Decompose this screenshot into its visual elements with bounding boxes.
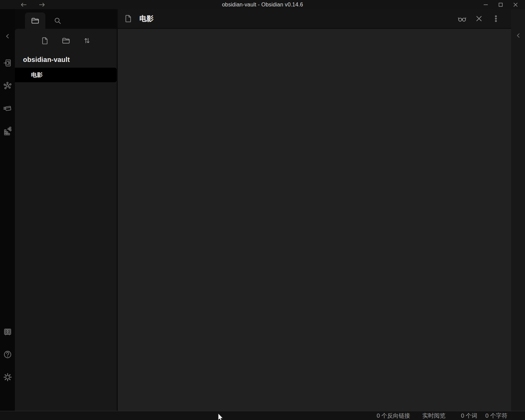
help-icon [3,350,12,359]
insert-template-button[interactable] [3,104,12,113]
sidebar-tab-strip [15,9,117,29]
expand-right-sidebar-button[interactable] [513,31,523,40]
file-explorer-panel: obsidian-vault 电影 [15,9,117,411]
window-controls [478,0,523,9]
tab-file-explorer[interactable] [25,13,45,29]
minimize-button[interactable] [478,0,493,9]
folder-icon [31,16,40,25]
status-bar: 0 个反向链接 实时阅览 0 个词 0 个字符 [0,411,525,420]
vault-title[interactable]: obsidian-vault [15,56,117,64]
quick-switcher-icon [3,59,12,67]
close-pane-button[interactable] [475,14,483,23]
sort-icon [83,36,91,45]
editor-pane: 电影 [118,9,511,411]
note-title: 电影 [139,14,154,23]
backlinks-count[interactable]: 0 个反向链接 [376,412,410,420]
search-icon [53,17,62,25]
graph-view-button[interactable] [3,81,12,90]
help-button[interactable] [3,350,12,359]
open-vault-button[interactable] [3,327,12,336]
tab-search[interactable] [47,13,68,29]
graph-icon [3,81,12,90]
minimize-icon [482,1,489,8]
close-icon [512,1,519,8]
close-icon [475,14,483,23]
maximize-button[interactable] [493,0,508,9]
maximize-icon [497,1,504,8]
new-folder-button[interactable] [62,36,70,45]
window-title: obsidian-vault - Obsidian v0.14.6 [0,2,525,8]
chevron-left-icon [514,31,523,40]
glasses-icon [457,14,467,23]
editor-header: 电影 [118,9,511,29]
close-window-button[interactable] [508,0,523,9]
edit-mode-status[interactable]: 实时阅览 [423,412,446,420]
left-ribbon [0,9,15,411]
obsidian-window: { "window": { "title": "obsidian-vault -… [0,0,525,420]
new-note-icon [41,37,49,45]
gear-icon [3,373,12,382]
new-note-button[interactable] [41,36,49,45]
more-options-button[interactable] [492,14,500,23]
template-icon [3,104,12,113]
right-sidebar-strip [511,9,525,411]
title-bar: obsidian-vault - Obsidian v0.14.6 [0,0,525,9]
sort-button[interactable] [83,36,91,45]
editor-header-actions [458,14,511,23]
reading-mode-button[interactable] [458,14,466,23]
vault-icon [3,327,12,336]
file-item-selected[interactable]: 电影 [15,68,117,82]
file-explorer-actions [15,29,117,45]
word-count: 0 个词 [461,412,477,420]
collapse-left-sidebar-button[interactable] [3,31,12,41]
chevron-left-icon [3,32,12,41]
random-note-icon [3,127,12,135]
char-count: 0 个字符 [485,412,507,420]
quick-switcher-button[interactable] [3,58,12,68]
kebab-menu-icon [492,15,500,23]
file-explorer-body: obsidian-vault 电影 [15,29,117,411]
new-folder-icon [62,36,70,45]
editor-content[interactable] [118,29,511,411]
note-file-icon [124,14,133,23]
settings-button[interactable] [3,372,12,382]
random-note-button[interactable] [3,126,12,136]
